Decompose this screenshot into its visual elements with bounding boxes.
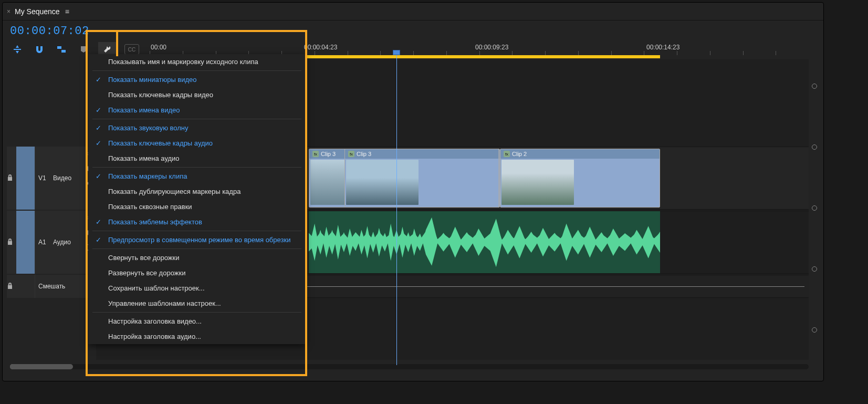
mix-track-header[interactable]: Смешать <box>7 275 96 298</box>
menu-item[interactable]: Показать звуковую волну <box>88 120 306 136</box>
track-target-toggle[interactable] <box>16 147 35 210</box>
fx-badge-icon: fx <box>312 151 319 157</box>
clip-thumbnail <box>501 160 574 205</box>
lock-icon[interactable] <box>7 282 16 291</box>
track-name: Видео <box>53 174 71 182</box>
clip-name: Clip 3 <box>357 151 371 157</box>
track-markers-column <box>811 84 818 333</box>
lock-icon[interactable] <box>7 238 16 247</box>
ruler-tick: 00:00 <box>151 44 166 51</box>
menu-item[interactable]: Предпросмотр в совмещенном режиме во вре… <box>88 232 306 247</box>
track-indicator-icon[interactable] <box>812 144 817 150</box>
menu-item[interactable]: Настройка заголовка аудио... <box>88 329 306 344</box>
menu-item[interactable]: Настройка заголовка видео... <box>88 314 306 329</box>
video-clip[interactable]: fx Clip 2 <box>500 149 660 208</box>
menu-item[interactable]: Показывать имя и маркировку исходного кл… <box>88 54 306 69</box>
linked-selection-icon[interactable] <box>54 44 69 55</box>
clip-header: fx Clip 2 <box>500 149 660 159</box>
track-name: Аудио <box>53 239 71 246</box>
menu-item[interactable]: Показать миниатюры видео <box>88 72 306 87</box>
clip-name: Clip 2 <box>512 151 527 157</box>
sequence-tab-title[interactable]: My Sequence <box>15 7 60 16</box>
marker-icon[interactable] <box>76 44 91 55</box>
track-indicator-icon[interactable] <box>812 266 817 272</box>
track-headers: V1 Видео ▭ ◆ ◂ A1 Аудио ▭ ◆ ◯ <box>7 59 96 360</box>
menu-item[interactable]: Показать эмблемы эффектов <box>88 214 306 230</box>
track-id: V1 <box>38 174 53 182</box>
svg-rect-0 <box>57 46 61 49</box>
fx-badge-icon: fx <box>504 151 510 157</box>
ruler-tick: 00:00:14:23 <box>646 44 679 51</box>
lock-icon[interactable] <box>7 174 16 183</box>
menu-item[interactable]: Управление шаблонами настроек... <box>88 296 306 311</box>
clip-name: Clip 3 <box>321 151 336 157</box>
panel-menu-icon[interactable]: ≡ <box>65 7 69 16</box>
menu-separator <box>92 167 301 168</box>
menu-item[interactable]: Развернуть все дорожки <box>88 265 306 281</box>
ruler-tick: 00:00:04:23 <box>304 44 337 51</box>
audio-track-header[interactable]: A1 Аудио ▭ ◆ ◯ <box>7 211 96 274</box>
playhead[interactable] <box>393 50 400 55</box>
current-timecode[interactable]: 00:00:07:02 <box>10 25 89 38</box>
timecode-row: 00:00:07:02 <box>3 20 823 40</box>
menu-item[interactable]: Показать имена аудио <box>88 151 306 166</box>
video-clip[interactable]: fx Clip 3 <box>344 149 499 208</box>
menu-separator <box>92 312 301 313</box>
menu-separator <box>92 119 301 119</box>
menu-item[interactable]: Показать ключевые кадры аудио <box>88 136 306 151</box>
menu-item[interactable]: Показать ключевые кадры видео <box>88 87 306 102</box>
playhead-line <box>396 55 397 365</box>
menu-item[interactable]: Показать имена видео <box>88 102 306 118</box>
snap-magnet-icon[interactable] <box>32 44 47 55</box>
track-indicator-icon[interactable] <box>812 327 817 333</box>
menu-item[interactable]: Показать маркеры клипа <box>88 169 306 184</box>
playhead-indicator-icon[interactable] <box>393 50 400 55</box>
tab-close-button[interactable]: × <box>7 8 11 15</box>
sequence-nest-icon[interactable] <box>10 44 25 55</box>
clip-header: fx Clip 3 <box>345 149 498 159</box>
fx-badge-icon: fx <box>348 151 354 157</box>
audio-clip[interactable] <box>309 211 660 273</box>
ruler-tick: 00:00:09:23 <box>475 44 508 51</box>
menu-item[interactable]: Показать сквозные правки <box>88 199 306 214</box>
timeline-settings-menu: Показывать имя и маркировку исходного кл… <box>88 54 306 344</box>
track-indicator-icon[interactable] <box>812 205 817 211</box>
track-target-toggle[interactable] <box>16 211 35 274</box>
scrollbar-thumb[interactable] <box>10 364 73 369</box>
menu-separator <box>92 70 301 71</box>
menu-item[interactable]: Свернуть все дорожки <box>88 250 306 265</box>
track-id: A1 <box>38 239 53 246</box>
waveform-icon <box>309 211 660 273</box>
video-track-header[interactable]: V1 Видео ▭ ◆ ◂ <box>7 147 96 210</box>
closed-captions-icon[interactable]: CC <box>124 44 139 55</box>
menu-item[interactable]: Показать дублирующиеся маркеры кадра <box>88 184 306 199</box>
svg-rect-1 <box>61 50 66 53</box>
track-target-toggle[interactable] <box>16 275 35 298</box>
clip-thumbnail <box>346 160 419 205</box>
menu-item[interactable]: Сохранить шаблон настроек... <box>88 281 306 296</box>
track-name: Смешать <box>38 283 65 290</box>
menu-separator <box>92 231 301 231</box>
horizontal-scrollbar[interactable] <box>10 364 809 369</box>
tab-bar: × My Sequence ≡ <box>3 3 823 20</box>
track-indicator-icon[interactable] <box>812 84 817 89</box>
menu-separator <box>92 248 301 249</box>
